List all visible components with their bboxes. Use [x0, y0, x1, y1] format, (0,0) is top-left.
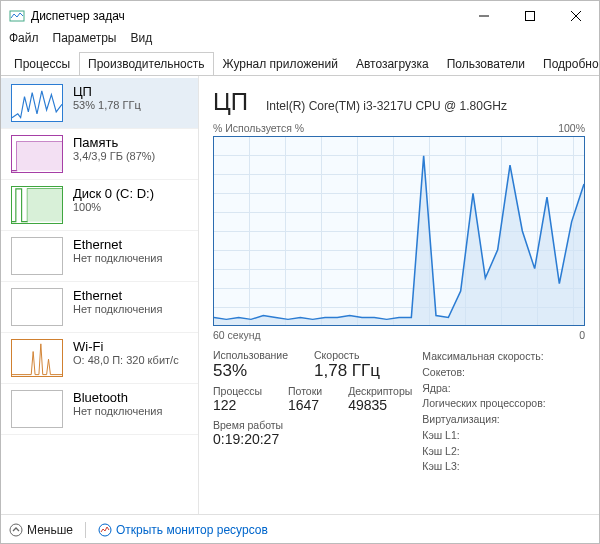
- sidebar-thumb: [11, 237, 63, 275]
- open-resource-monitor-link[interactable]: Открыть монитор ресурсов: [98, 523, 268, 537]
- sidebar-item-5[interactable]: Wi-FiО: 48,0 П: 320 кбит/с: [1, 333, 198, 384]
- tab-strip: Процессы Производительность Журнал прило…: [1, 51, 599, 76]
- chart-label-bl: 60 секунд: [213, 329, 261, 341]
- sidebar-thumb: [11, 84, 63, 122]
- tab-startup[interactable]: Автозагрузка: [347, 52, 438, 76]
- resource-monitor-icon: [98, 523, 112, 537]
- sidebar-item-sub: Нет подключения: [73, 405, 162, 417]
- threads-label: Потоки: [288, 385, 322, 397]
- fewer-details-label: Меньше: [27, 523, 73, 537]
- sidebar-item-2[interactable]: Диск 0 (C: D:)100%: [1, 180, 198, 231]
- svg-rect-6: [27, 189, 62, 222]
- cpu-static-info: Максимальная скорость: Сокетов: Ядра: Ло…: [422, 349, 545, 475]
- menubar: Файл Параметры Вид: [1, 31, 599, 51]
- sidebar-item-sub: Нет подключения: [73, 303, 162, 315]
- sidebar-item-3[interactable]: EthernetНет подключения: [1, 231, 198, 282]
- chart-label-tr: 100%: [558, 122, 585, 134]
- speed-value: 1,78 ГГц: [314, 361, 380, 381]
- cpu-detail-pane: ЦП Intel(R) Core(TM) i3-3217U CPU @ 1.80…: [199, 76, 599, 514]
- sidebar-item-name: Bluetooth: [73, 390, 162, 405]
- svg-rect-5: [17, 142, 62, 171]
- sidebar-item-name: Диск 0 (C: D:): [73, 186, 154, 201]
- svg-rect-2: [526, 12, 535, 21]
- performance-sidebar: ЦП53% 1,78 ГГцПамять3,4/3,9 ГБ (87%)Диск…: [1, 76, 199, 514]
- chart-label-tl: % Используется %: [213, 122, 304, 134]
- sidebar-item-1[interactable]: Память3,4/3,9 ГБ (87%): [1, 129, 198, 180]
- tab-processes[interactable]: Процессы: [5, 52, 79, 76]
- sidebar-item-sub: 3,4/3,9 ГБ (87%): [73, 150, 155, 162]
- svg-point-7: [10, 524, 22, 536]
- usage-value: 53%: [213, 361, 288, 381]
- sidebar-item-sub: 53% 1,78 ГГц: [73, 99, 141, 111]
- minimize-button[interactable]: [461, 1, 507, 31]
- sidebar-item-sub: Нет подключения: [73, 252, 162, 264]
- sidebar-item-name: Память: [73, 135, 155, 150]
- fewer-details-button[interactable]: Меньше: [9, 523, 73, 537]
- chart-label-br: 0: [579, 329, 585, 341]
- cpu-model: Intel(R) Core(TM) i3-3217U CPU @ 1.80GHz: [266, 99, 507, 113]
- cpu-usage-chart[interactable]: [213, 136, 585, 326]
- menu-options[interactable]: Параметры: [53, 31, 117, 51]
- sidebar-thumb: [11, 390, 63, 428]
- app-icon: [9, 8, 25, 24]
- threads-value: 1647: [288, 397, 322, 413]
- sidebar-item-sub: 100%: [73, 201, 154, 213]
- sidebar-item-sub: О: 48,0 П: 320 кбит/с: [73, 354, 179, 366]
- sidebar-thumb: [11, 339, 63, 377]
- footer: Меньше Открыть монитор ресурсов: [1, 514, 599, 544]
- tab-users[interactable]: Пользователи: [438, 52, 534, 76]
- tab-details[interactable]: Подробности: [534, 52, 599, 76]
- tab-performance[interactable]: Производительность: [79, 52, 213, 76]
- uptime-value: 0:19:20:27: [213, 431, 412, 447]
- sidebar-thumb: [11, 186, 63, 224]
- titlebar: Диспетчер задач: [1, 1, 599, 31]
- uptime-label: Время работы: [213, 419, 412, 431]
- sidebar-thumb: [11, 288, 63, 326]
- maximize-button[interactable]: [507, 1, 553, 31]
- menu-view[interactable]: Вид: [130, 31, 152, 51]
- usage-label: Использование: [213, 349, 288, 361]
- close-button[interactable]: [553, 1, 599, 31]
- menu-file[interactable]: Файл: [9, 31, 39, 51]
- processes-value: 122: [213, 397, 262, 413]
- sidebar-item-0[interactable]: ЦП53% 1,78 ГГц: [1, 78, 198, 129]
- sidebar-item-name: ЦП: [73, 84, 141, 99]
- sidebar-item-6[interactable]: BluetoothНет подключения: [1, 384, 198, 435]
- sidebar-item-name: Ethernet: [73, 288, 162, 303]
- speed-label: Скорость: [314, 349, 380, 361]
- handles-label: Дескрипторы: [348, 385, 412, 397]
- resource-monitor-label: Открыть монитор ресурсов: [116, 523, 268, 537]
- sidebar-item-4[interactable]: EthernetНет подключения: [1, 282, 198, 333]
- cpu-heading: ЦП: [213, 88, 248, 116]
- handles-value: 49835: [348, 397, 412, 413]
- window-title: Диспетчер задач: [31, 9, 461, 23]
- processes-label: Процессы: [213, 385, 262, 397]
- footer-divider: [85, 522, 86, 538]
- tab-app-history[interactable]: Журнал приложений: [214, 52, 347, 76]
- sidebar-item-name: Wi-Fi: [73, 339, 179, 354]
- sidebar-thumb: [11, 135, 63, 173]
- sidebar-item-name: Ethernet: [73, 237, 162, 252]
